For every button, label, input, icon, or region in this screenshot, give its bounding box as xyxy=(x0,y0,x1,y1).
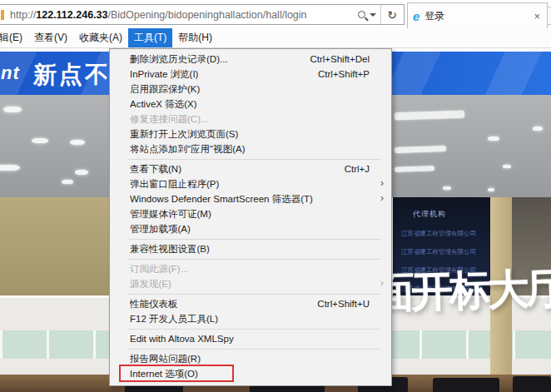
menu-item-label: ActiveX 筛选(X) xyxy=(130,98,197,111)
menu-item-25[interactable]: Internet 选项(O) xyxy=(110,366,391,381)
menu-item-shortcut: Ctrl+Shift+U xyxy=(305,299,370,309)
menu-item-17: 源发现(E)› xyxy=(110,276,391,291)
menu-item-label: 启用跟踪保护(K) xyxy=(130,83,200,96)
tab-login[interactable]: e 登录 × xyxy=(407,2,548,28)
tab-title: 登录 xyxy=(424,9,444,23)
menu-item-label: F12 开发人员工具(L) xyxy=(130,313,218,325)
menu-item-label: 弹出窗口阻止程序(P) xyxy=(130,178,219,191)
menu-item-0[interactable]: 删除浏览历史记录(D)...Ctrl+Shift+Del xyxy=(110,52,391,67)
menu-item-label: Edit with Altova XMLSpy xyxy=(130,334,234,344)
menu-item-24[interactable]: 报告网站问题(R) xyxy=(110,351,391,366)
menu-item-shortcut: Ctrl+Shift+P xyxy=(306,69,370,79)
menu-item-shortcut: Ctrl+Shift+Del xyxy=(298,54,370,64)
menu-item-1[interactable]: InPrivate 浏览(I)Ctrl+Shift+P xyxy=(110,67,391,82)
search-icon[interactable] xyxy=(358,11,365,18)
hall-wall-left xyxy=(0,197,109,295)
menu-item-label: 管理加载项(A) xyxy=(130,223,191,236)
submenu-arrow-icon: › xyxy=(380,277,384,289)
address-bar-row: http://122.112.246.33/BidOpening/bidopen… xyxy=(0,0,551,28)
chevron-down-icon[interactable] xyxy=(370,13,376,17)
address-input[interactable]: http://122.112.246.33/BidOpening/bidopen… xyxy=(0,4,405,25)
menu-item-label: 报告网站问题(R) xyxy=(130,353,201,365)
new-tab-button[interactable] xyxy=(547,7,551,25)
url-scheme: http:// xyxy=(10,9,36,21)
menu-item-label: 查看下载(N) xyxy=(130,163,181,176)
menu-item-label: 兼容性视图设置(B) xyxy=(130,243,210,256)
menu-bar: 编辑(E)查看(V)收藏夹(A)工具(T)帮助(H) xyxy=(0,28,551,48)
menu-item-16: 订阅此源(F)... xyxy=(110,261,391,276)
menu-item-12[interactable]: 管理加载项(A) xyxy=(110,221,391,236)
menu-separator xyxy=(128,239,381,240)
menu-item-label: Internet 选项(O) xyxy=(130,368,198,380)
browser-window: http://122.112.246.33/BidOpening/bidopen… xyxy=(0,0,551,392)
menu-item-2[interactable]: 启用跟踪保护(K) xyxy=(110,82,391,97)
menu-item-14[interactable]: 兼容性视图设置(B) xyxy=(110,241,391,256)
menu-item-shortcut: Ctrl+J xyxy=(333,164,370,174)
agency-screen-row: 江苏省建工程管理有限公司 xyxy=(401,248,489,256)
menu-item-3[interactable]: ActiveX 筛选(X) xyxy=(110,97,391,112)
menu-item-label: 修复连接问题(C)... xyxy=(130,113,209,126)
agency-screen-row: 江苏省建工程管理有限公司 xyxy=(401,230,489,238)
menu-item-label: 将站点添加到"应用"视图(A) xyxy=(130,143,246,156)
menu-separator xyxy=(128,349,381,350)
menu-separator xyxy=(128,159,381,160)
menu-item-11[interactable]: 管理媒体许可证(M) xyxy=(110,206,391,221)
menu-item-label: 删除浏览历史记录(D)... xyxy=(130,53,228,66)
menu-item-label: 源发现(E) xyxy=(130,278,171,290)
menu-item-6[interactable]: 将站点添加到"应用"视图(A) xyxy=(110,141,391,156)
menu-item-8[interactable]: 查看下载(N)Ctrl+J xyxy=(110,161,391,176)
epoint-logo: nt xyxy=(1,62,20,84)
menubar-item-0[interactable]: 编辑(E) xyxy=(0,28,28,47)
menu-item-label: 重新打开上次浏览页面(S) xyxy=(130,128,238,141)
menu-separator xyxy=(128,294,381,295)
menu-item-10[interactable]: Windows Defender SmartScreen 筛选器(T)› xyxy=(110,191,391,206)
page-favicon xyxy=(1,10,4,20)
menu-item-20[interactable]: F12 开发人员工具(L) xyxy=(110,311,391,326)
menu-item-4: 修复连接问题(C)... xyxy=(110,112,391,127)
menu-item-19[interactable]: 性能仪表板Ctrl+Shift+U xyxy=(110,296,391,311)
submenu-arrow-icon: › xyxy=(380,192,384,204)
tab-close-icon[interactable]: × xyxy=(532,10,542,22)
menu-item-9[interactable]: 弹出窗口阻止程序(P)› xyxy=(110,176,391,191)
menubar-item-3[interactable]: 工具(T) xyxy=(128,28,172,47)
menubar-item-4[interactable]: 帮助(H) xyxy=(172,28,218,47)
refresh-icon[interactable]: ↻ xyxy=(381,8,404,22)
agency-screen-heading: 代理机构 xyxy=(413,209,490,220)
menu-separator xyxy=(128,329,381,330)
menu-item-label: InPrivate 浏览(I) xyxy=(130,68,198,81)
menu-item-label: Windows Defender SmartScreen 筛选器(T) xyxy=(130,193,313,206)
tools-dropdown-menu: 删除浏览历史记录(D)...Ctrl+Shift+DelInPrivate 浏览… xyxy=(109,48,392,386)
url-text[interactable]: http://122.112.246.33/BidOpening/bidopen… xyxy=(10,9,307,21)
url-host: 122.112.246.33 xyxy=(36,9,107,21)
menu-item-22[interactable]: Edit with Altova XMLSpy xyxy=(110,331,391,346)
menu-item-label: 订阅此源(F)... xyxy=(130,263,188,275)
url-path: /BidOpening/bidopeninghallaction/hall/lo… xyxy=(107,9,306,21)
menu-item-label: 管理媒体许可证(M) xyxy=(130,208,211,221)
menu-item-5[interactable]: 重新打开上次浏览页面(S) xyxy=(110,127,391,141)
menubar-item-2[interactable]: 收藏夹(A) xyxy=(73,28,128,47)
hall-calligraphy-title: 面开标大厅 xyxy=(372,261,551,321)
menubar-item-1[interactable]: 查看(V) xyxy=(28,28,73,47)
ie-favicon-icon: e xyxy=(413,9,419,23)
submenu-arrow-icon: › xyxy=(380,177,384,189)
menu-separator xyxy=(128,259,381,260)
menu-item-label: 性能仪表板 xyxy=(130,298,178,310)
